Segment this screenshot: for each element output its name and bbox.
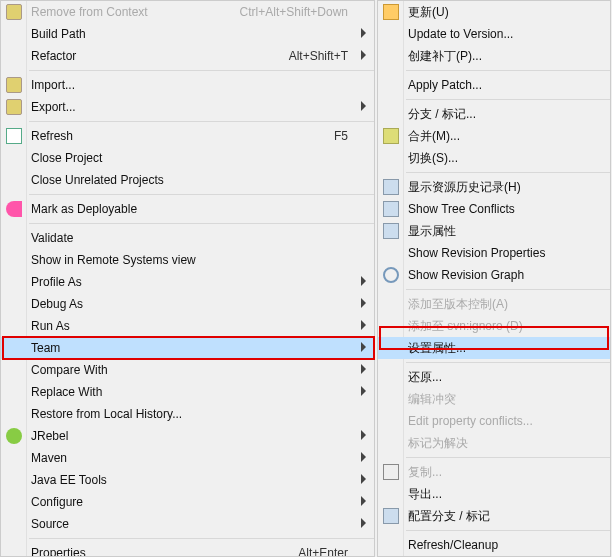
restore-history[interactable]: Restore from Local History... <box>1 403 374 425</box>
shortcut: Ctrl+Alt+Shift+Down <box>240 1 348 23</box>
branch-tag[interactable]: 分支 / 标记... <box>378 103 610 125</box>
compare-with[interactable]: Compare With <box>1 359 374 381</box>
submenu-arrow-icon <box>361 320 366 330</box>
label: Properties <box>31 546 86 557</box>
label: 复制... <box>408 465 442 479</box>
separator <box>29 121 374 122</box>
submenu-arrow-icon <box>361 430 366 440</box>
replace-with[interactable]: Replace With <box>1 381 374 403</box>
set-properties[interactable]: 设置属性... <box>378 337 610 359</box>
edit-property-conflicts: Edit property conflicts... <box>378 410 610 432</box>
submenu-arrow-icon <box>361 101 366 111</box>
label: 更新(U) <box>408 5 449 19</box>
submenu-arrow-icon <box>361 496 366 506</box>
label: Maven <box>31 451 67 465</box>
label: Build Path <box>31 27 86 41</box>
label: 设置属性... <box>408 341 466 355</box>
label: 添加至版本控制(A) <box>408 297 508 311</box>
copy-icon <box>383 464 399 480</box>
export-svn[interactable]: 导出... <box>378 483 610 505</box>
label: Refresh/Cleanup <box>408 538 498 552</box>
update[interactable]: 更新(U) <box>378 1 610 23</box>
separator <box>406 70 610 71</box>
refactor[interactable]: RefactorAlt+Shift+T <box>1 45 374 67</box>
revert[interactable]: 还原... <box>378 366 610 388</box>
label: Restore from Local History... <box>31 407 182 421</box>
show-remote[interactable]: Show in Remote Systems view <box>1 249 374 271</box>
label: 添加至 svn:ignore (D) <box>408 319 523 333</box>
show-properties[interactable]: 显示属性 <box>378 220 610 242</box>
label: Source <box>31 517 69 531</box>
close-project[interactable]: Close Project <box>1 147 374 169</box>
submenu-arrow-icon <box>361 276 366 286</box>
mark-resolved: 标记为解决 <box>378 432 610 454</box>
show-revision-properties[interactable]: Show Revision Properties <box>378 242 610 264</box>
config-icon <box>383 508 399 524</box>
remove-from-context: Remove from ContextCtrl+Alt+Shift+Down <box>1 1 374 23</box>
label: 切换(S)... <box>408 151 458 165</box>
properties[interactable]: PropertiesAlt+Enter <box>1 542 374 557</box>
label: Refresh <box>31 129 73 143</box>
label: Update to Version... <box>408 27 513 41</box>
build-path[interactable]: Build Path <box>1 23 374 45</box>
source[interactable]: Source <box>1 513 374 535</box>
profile-as[interactable]: Profile As <box>1 271 374 293</box>
label: Edit property conflicts... <box>408 414 533 428</box>
maven[interactable]: Maven <box>1 447 374 469</box>
config-branch-tag[interactable]: 配置分支 / 标记 <box>378 505 610 527</box>
show-revision-graph[interactable]: Show Revision Graph <box>378 264 610 286</box>
refresh-cleanup[interactable]: Refresh/Cleanup <box>378 534 610 556</box>
submenu-arrow-icon <box>361 452 366 462</box>
submenu-arrow-icon <box>361 28 366 38</box>
deploy-icon <box>6 201 22 217</box>
apply-patch[interactable]: Apply Patch... <box>378 74 610 96</box>
label: Java EE Tools <box>31 473 107 487</box>
team-menu[interactable]: Team <box>1 337 374 359</box>
separator <box>29 538 374 539</box>
label: Close Project <box>31 151 102 165</box>
label: 配置分支 / 标记 <box>408 509 490 523</box>
submenu-arrow-icon <box>361 298 366 308</box>
history-icon <box>383 179 399 195</box>
label: Configure <box>31 495 83 509</box>
conflict-icon <box>383 201 399 217</box>
show-history[interactable]: 显示资源历史记录(H) <box>378 176 610 198</box>
export[interactable]: Export... <box>1 96 374 118</box>
merge[interactable]: 合并(M)... <box>378 125 610 147</box>
configure[interactable]: Configure <box>1 491 374 513</box>
switch[interactable]: 切换(S)... <box>378 147 610 169</box>
label: Remove from Context <box>31 5 148 19</box>
label: Validate <box>31 231 73 245</box>
label: Compare With <box>31 363 108 377</box>
left-context-menu: Remove from ContextCtrl+Alt+Shift+Down B… <box>0 0 375 557</box>
update-to-version[interactable]: Update to Version... <box>378 23 610 45</box>
props-icon <box>383 223 399 239</box>
separator <box>29 223 374 224</box>
close-unrelated-projects[interactable]: Close Unrelated Projects <box>1 169 374 191</box>
refresh[interactable]: RefreshF5 <box>1 125 374 147</box>
jrebel[interactable]: JRebel <box>1 425 374 447</box>
mark-deployable[interactable]: Mark as Deployable <box>1 198 374 220</box>
team-submenu: 更新(U) Update to Version... 创建补丁(P)... Ap… <box>377 0 611 557</box>
separator <box>406 457 610 458</box>
submenu-arrow-icon <box>361 342 366 352</box>
import[interactable]: Import... <box>1 74 374 96</box>
label: 标记为解决 <box>408 436 468 450</box>
debug-as[interactable]: Debug As <box>1 293 374 315</box>
label: 还原... <box>408 370 442 384</box>
java-ee-tools[interactable]: Java EE Tools <box>1 469 374 491</box>
label: Refactor <box>31 49 76 63</box>
label: Mark as Deployable <box>31 202 137 216</box>
validate[interactable]: Validate <box>1 227 374 249</box>
jrebel-icon <box>6 428 22 444</box>
shortcut: Alt+Shift+T <box>289 45 348 67</box>
shortcut: Alt+Enter <box>298 542 348 557</box>
show-tree-conflicts[interactable]: Show Tree Conflicts <box>378 198 610 220</box>
run-as[interactable]: Run As <box>1 315 374 337</box>
remove-icon <box>6 4 22 20</box>
separator <box>29 194 374 195</box>
submenu-arrow-icon <box>361 518 366 528</box>
copy: 复制... <box>378 461 610 483</box>
create-patch[interactable]: 创建补丁(P)... <box>378 45 610 67</box>
label: Import... <box>31 78 75 92</box>
